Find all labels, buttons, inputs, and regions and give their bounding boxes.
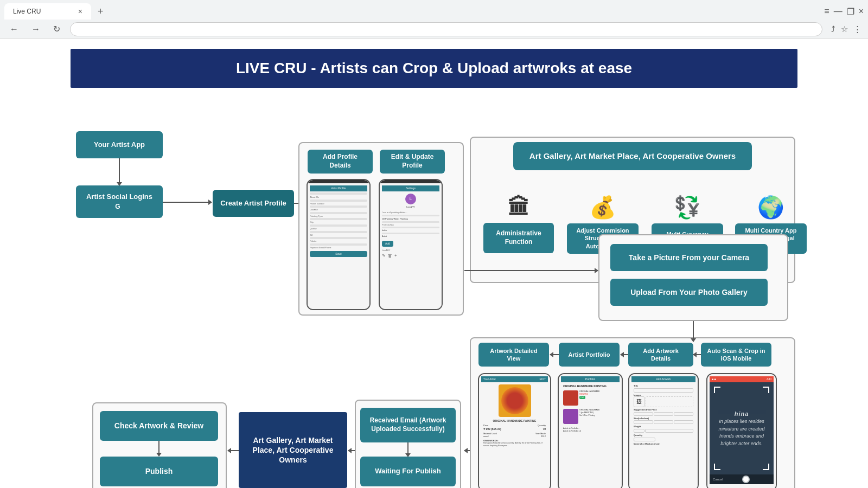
- arrow-scan-to-details: [693, 354, 701, 355]
- publish-btn[interactable]: Publish: [100, 457, 218, 486]
- add-details-btn[interactable]: Add Artwork Details: [628, 343, 693, 367]
- artwork-view-btn[interactable]: Artwork Detailed View: [478, 343, 549, 367]
- check-review-btn[interactable]: Check Artwork & Review: [100, 411, 218, 441]
- address-bar-icons: ⤴ ☆ ⋮: [831, 24, 861, 34]
- url-input[interactable]: [70, 22, 822, 36]
- take-picture-label: Take a Picture From your Camera: [629, 253, 749, 262]
- received-email-btn: Received Email (Artwork Uploaded Success…: [360, 408, 456, 442]
- admin-feature: 🏛 Administrative Function: [478, 178, 559, 270]
- arrow-app-to-login: [119, 158, 120, 185]
- gallery-header-btn: Art Gallery, Art Market Place, Art Coope…: [513, 142, 752, 170]
- waiting-label: Waiting For Publish: [375, 467, 441, 476]
- create-profile-box: Create Artist Profile: [213, 190, 294, 217]
- new-tab-button[interactable]: +: [93, 4, 108, 20]
- restore-button[interactable]: ❐: [847, 7, 854, 17]
- admin-icon: 🏛: [508, 195, 529, 220]
- close-button[interactable]: ×: [859, 7, 864, 16]
- arrow-camera-to-phones: [693, 321, 694, 342]
- check-review-label: Check Artwork & Review: [114, 421, 203, 431]
- share-icon[interactable]: ⤴: [831, 24, 835, 34]
- world-icon: 🌍: [757, 195, 784, 220]
- artist-app-box: Your Artist App: [76, 131, 163, 158]
- take-picture-btn[interactable]: Take a Picture From your Camera: [610, 244, 768, 271]
- admin-label: Administrative Function: [488, 229, 550, 246]
- phone-add-profile: Artist Profile About Me Phone Number Liv…: [307, 179, 371, 310]
- phone-auto-scan: ■ ■Add hina In places lies resides minia…: [706, 373, 777, 488]
- tab-bar: Live CRU × + ≡ — ❐ ×: [0, 0, 868, 20]
- gallery-header-label: Art Gallery, Art Market Place, Art Coope…: [529, 151, 736, 162]
- artist-app-label: Your Artist App: [94, 140, 145, 150]
- back-button[interactable]: ←: [7, 23, 22, 35]
- arrow-check-to-publish: [158, 441, 159, 456]
- google-icon: G: [115, 203, 120, 210]
- menu-icon[interactable]: ⋮: [853, 24, 861, 34]
- currency-icon: 💱: [674, 195, 701, 220]
- refresh-button[interactable]: ↻: [50, 23, 63, 35]
- tab-title: Live CRU: [13, 8, 41, 15]
- gallery-owners-label: Art Gallery, Art Market Place, Art Coope…: [243, 435, 343, 465]
- auto-scan-btn[interactable]: Auto Scan & Crop in iOS Mobile: [701, 343, 771, 367]
- auto-scan-screen: ■ ■Add hina In places lies resides minia…: [707, 374, 776, 488]
- browser-chrome: Live CRU × + ≡ — ❐ × ← → ↻ ⤴ ☆ ⋮: [0, 0, 868, 39]
- phone-add-artwork: Add Artwork Title Images 🖼 Suggested Art…: [628, 373, 699, 488]
- arrow-gallery-to-check: [228, 450, 239, 451]
- arrow-email-to-waiting: [407, 442, 409, 457]
- upload-gallery-label: Upload From Your Photo Gallery: [630, 287, 748, 297]
- portfolio-screen: Portfolio ORIGINAL HANDMADE PAINTING ORI…: [559, 374, 622, 488]
- phone1-screen: Artist Profile About Me Phone Number Liv…: [308, 180, 369, 309]
- add-profile-btn[interactable]: Add Profile Details: [308, 150, 373, 174]
- social-logins-label: Artist Social Logins: [86, 192, 152, 202]
- social-logins-box: Artist Social Logins G: [76, 185, 163, 218]
- arrow-login-to-create: [163, 202, 212, 203]
- phone-edit-profile: Settings L LiveARY I am a oil painting A…: [379, 179, 443, 310]
- tab-list-icon[interactable]: ≡: [824, 7, 829, 16]
- forward-button[interactable]: →: [28, 23, 43, 35]
- header-banner: LIVE CRU - Artists can Crop & Upload art…: [71, 49, 797, 88]
- arrow-portfolio-to-view: [550, 354, 559, 355]
- bookmark-icon[interactable]: ☆: [841, 24, 848, 34]
- arrow-phones-to-camera: [464, 270, 598, 271]
- phone-portfolio: Portfolio ORIGINAL HANDMADE PAINTING ORI…: [558, 373, 623, 488]
- address-bar: ← → ↻ ⤴ ☆ ⋮: [0, 20, 868, 38]
- publish-label: Publish: [145, 466, 173, 476]
- diagram-area: Your Artist App Artist Social Logins G C…: [71, 88, 797, 478]
- tab-close-btn[interactable]: ×: [78, 7, 82, 16]
- main-content: LIVE CRU - Artists can Crop & Upload art…: [0, 39, 868, 488]
- create-profile-label: Create Artist Profile: [220, 199, 286, 208]
- waiting-publish-btn: Waiting For Publish: [360, 457, 456, 486]
- arrow-email-to-gallery: [348, 450, 355, 451]
- artwork-view-screen: Your ArtistEDIT ORIGINAL HANDMADE PAINTI…: [479, 374, 550, 488]
- phone-artwork-view: Your ArtistEDIT ORIGINAL HANDMADE PAINTI…: [478, 373, 551, 488]
- arrow-details-to-portfolio: [621, 354, 628, 355]
- arrow-phones-to-email: [464, 450, 470, 451]
- minimize-button[interactable]: —: [834, 7, 843, 16]
- add-artwork-screen: Add Artwork Title Images 🖼 Suggested Art…: [629, 374, 698, 488]
- commission-icon: 💰: [589, 195, 616, 220]
- received-email-label: Received Email (Artwork Uploaded Success…: [365, 416, 451, 433]
- upload-gallery-btn[interactable]: Upload From Your Photo Gallery: [610, 279, 768, 306]
- phone2-screen: Settings L LiveARY I am a oil painting A…: [380, 180, 442, 309]
- active-tab[interactable]: Live CRU ×: [4, 3, 91, 20]
- edit-profile-btn[interactable]: Edit & Update Profile: [380, 150, 445, 174]
- gallery-owners-box: Art Gallery, Art Market Place, Art Coope…: [239, 412, 347, 488]
- page-title: LIVE CRU - Artists can Crop & Upload art…: [236, 60, 632, 77]
- portfolio-btn[interactable]: Artist Portfolio: [559, 343, 620, 367]
- tab-controls: ≡ — ❐ ×: [824, 7, 864, 17]
